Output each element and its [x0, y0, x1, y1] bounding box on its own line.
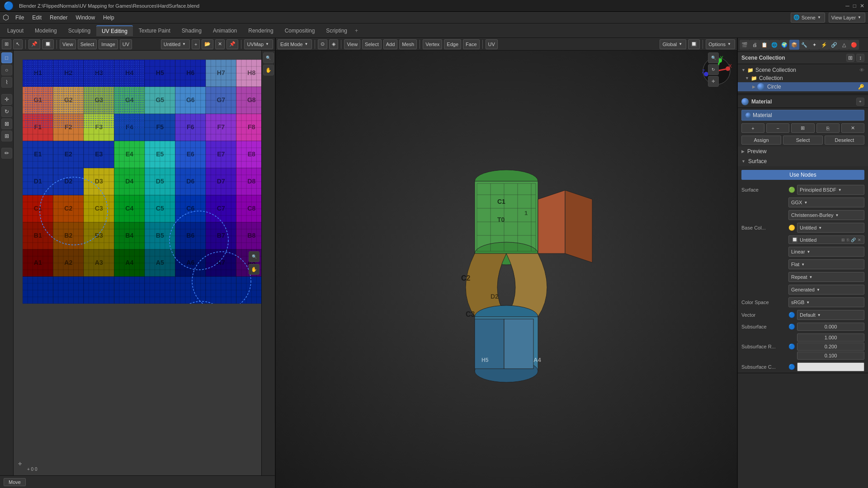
- scale-tool[interactable]: ⊠: [1, 118, 12, 129]
- menu-file[interactable]: File: [12, 14, 28, 22]
- hand-icon[interactable]: ✋: [263, 65, 274, 75]
- tab-scripting[interactable]: Scripting: [321, 26, 353, 36]
- surface-type-dropdown[interactable]: Principled BSDF: [797, 185, 864, 195]
- new-mat-btn[interactable]: +: [741, 123, 764, 133]
- rotate-tool[interactable]: ↻: [1, 106, 12, 117]
- world-props-icon[interactable]: 🌍: [779, 40, 789, 50]
- tree-collection[interactable]: ▼ 📁 Collection: [738, 74, 868, 82]
- view-btn[interactable]: View: [344, 39, 360, 49]
- deselect-mat-btn[interactable]: Deselect: [825, 136, 864, 145]
- sort-icon[interactable]: ↕: [856, 54, 864, 62]
- repeat-dropdown[interactable]: Repeat: [788, 272, 864, 282]
- tab-shading[interactable]: Shading: [176, 26, 207, 36]
- window-controls[interactable]: ─ □ ✕: [845, 3, 864, 9]
- viewport-move-icon[interactable]: ✛: [708, 76, 719, 87]
- close-image-btn[interactable]: ✕: [215, 39, 225, 49]
- uv-view-btn[interactable]: View: [60, 39, 76, 49]
- uv-snap-tool[interactable]: 🔲: [42, 39, 54, 49]
- linear-dropdown[interactable]: Linear: [788, 247, 864, 257]
- base-color-dropdown[interactable]: Untitled: [797, 223, 864, 233]
- tab-uv-editing[interactable]: UV Editing: [96, 25, 133, 36]
- filter-icon[interactable]: ⊞: [846, 54, 854, 62]
- viewport-overlay-btn[interactable]: ⊙: [318, 39, 327, 49]
- christensen-dropdown[interactable]: Christensen-Burley: [788, 210, 864, 220]
- move-tool[interactable]: ✛: [1, 94, 12, 105]
- select-mat-btn[interactable]: Select: [783, 136, 823, 145]
- tab-animation[interactable]: Animation: [208, 26, 242, 36]
- uv-vp-btn[interactable]: UV: [486, 39, 498, 49]
- subsurface-r1-input[interactable]: 1.000: [797, 333, 864, 342]
- delete-mat-btn[interactable]: −: [766, 123, 789, 133]
- select-btn[interactable]: Select: [362, 39, 382, 49]
- tab-texture-paint[interactable]: Texture Paint: [133, 26, 176, 36]
- uv-uv-btn[interactable]: UV: [120, 39, 132, 49]
- uv-mode-icon[interactable]: ⊞: [2, 39, 11, 49]
- tab-modeling[interactable]: Modeling: [29, 26, 62, 36]
- particles-props-icon[interactable]: ✦: [809, 40, 819, 50]
- transform-tool[interactable]: ⊞: [1, 131, 12, 141]
- menu-render[interactable]: Render: [46, 14, 71, 22]
- surface-header[interactable]: ▼ Surface: [738, 156, 868, 166]
- tab-rendering[interactable]: Rendering: [243, 26, 278, 36]
- image-name-dropdown[interactable]: Untitled: [161, 39, 190, 49]
- minimize-btn[interactable]: ─: [845, 3, 849, 9]
- texture-dropdown[interactable]: 🔲 Untitled ⊞ ⎘ 🔗 ✕: [788, 235, 864, 244]
- nav-pan[interactable]: ✋: [249, 264, 259, 275]
- close-btn[interactable]: ✕: [860, 3, 864, 9]
- pin-image-btn[interactable]: 📌: [226, 39, 238, 49]
- material-slot-item[interactable]: Material: [741, 110, 864, 121]
- viewport-zoom-icon[interactable]: 🔍: [708, 52, 719, 63]
- output-props-icon[interactable]: 🖨: [750, 40, 760, 50]
- circle-select-tool[interactable]: ○: [1, 65, 12, 75]
- annotate-tool[interactable]: ✏: [1, 148, 12, 159]
- scene-props-icon[interactable]: 🌐: [769, 40, 779, 50]
- move-button[interactable]: Move: [4, 478, 26, 486]
- uv-select-tool[interactable]: ↖: [13, 39, 23, 49]
- data-props-icon[interactable]: △: [839, 40, 849, 50]
- scene-dropdown[interactable]: 🌐 Scene: [791, 13, 825, 23]
- options-dropdown[interactable]: Options: [706, 39, 735, 49]
- subsurface-color-picker[interactable]: [797, 362, 864, 371]
- generated-dropdown[interactable]: Generated: [788, 285, 864, 295]
- viewport-shading-btn[interactable]: ◈: [329, 39, 338, 49]
- material-props-icon[interactable]: 🔴: [849, 40, 859, 50]
- new-mat-icon[interactable]: +: [856, 98, 864, 106]
- menu-edit[interactable]: Edit: [28, 14, 45, 22]
- view-layer-dropdown[interactable]: View Layer: [829, 13, 865, 23]
- copy-mat-btn[interactable]: ⎘: [816, 123, 840, 133]
- face-btn[interactable]: Face: [463, 39, 479, 49]
- constraints-props-icon[interactable]: 🔗: [829, 40, 839, 50]
- add-btn[interactable]: Add: [383, 39, 398, 49]
- snap-btn[interactable]: 🔲: [688, 39, 700, 49]
- flat-dropdown[interactable]: Flat: [788, 259, 864, 269]
- vector-dropdown[interactable]: Default: [797, 310, 864, 320]
- mesh-btn[interactable]: Mesh: [399, 39, 417, 49]
- uv-image-btn[interactable]: Image: [99, 39, 118, 49]
- uv-pin-tool[interactable]: 📌: [28, 39, 40, 49]
- ggx-dropdown[interactable]: GGX: [788, 197, 864, 207]
- subsurface-input[interactable]: 0.000: [797, 323, 864, 331]
- modifier-props-icon[interactable]: 🔧: [799, 40, 809, 50]
- menu-help[interactable]: Help: [99, 14, 118, 22]
- menu-window[interactable]: Window: [72, 14, 99, 22]
- unlink-mat-btn[interactable]: ✕: [841, 123, 864, 133]
- tree-circle[interactable]: ▶ Circle 🔑: [738, 82, 868, 91]
- uv-select-btn[interactable]: Select: [78, 39, 97, 49]
- add-workspace-btn[interactable]: +: [355, 28, 358, 34]
- box-select-tool[interactable]: □: [1, 52, 12, 63]
- maximize-btn[interactable]: □: [853, 3, 856, 9]
- subsurface-r2-input[interactable]: 0.200: [797, 343, 864, 351]
- new-image-btn[interactable]: +: [192, 39, 200, 49]
- tab-sculpting[interactable]: Sculpting: [63, 26, 96, 36]
- tab-layout[interactable]: Layout: [2, 26, 29, 36]
- render-props-icon[interactable]: 🎬: [740, 40, 750, 50]
- color-space-dropdown[interactable]: sRGB: [788, 297, 864, 307]
- subsurface-r3-input[interactable]: 0.100: [797, 352, 864, 360]
- nav-zoom[interactable]: 🔍: [249, 251, 259, 262]
- edge-btn[interactable]: Edge: [444, 39, 461, 49]
- open-image-btn[interactable]: 📂: [202, 39, 213, 49]
- vertex-btn[interactable]: Vertex: [423, 39, 442, 49]
- tab-compositing[interactable]: Compositing: [279, 26, 321, 36]
- transform-dropdown[interactable]: Global: [660, 39, 686, 49]
- zoom-in-icon[interactable]: 🔍: [263, 52, 274, 63]
